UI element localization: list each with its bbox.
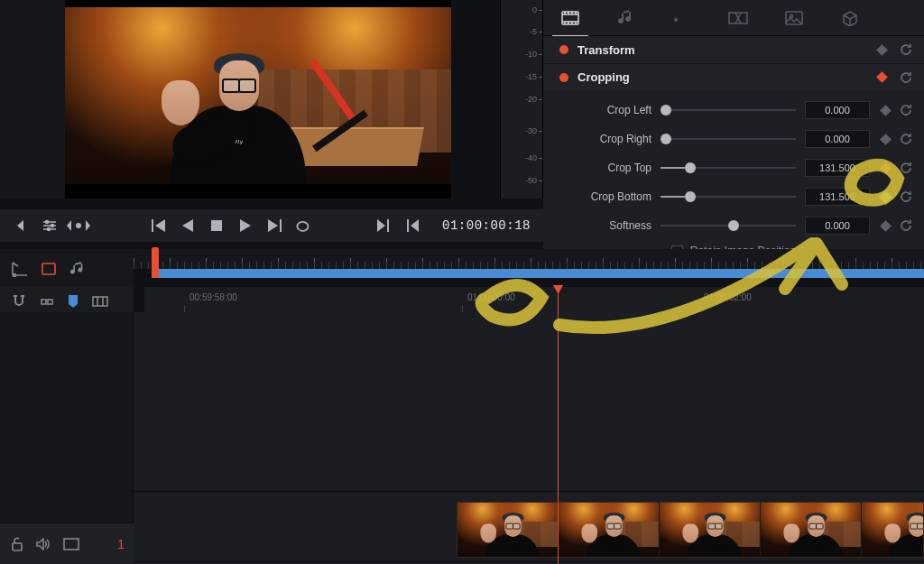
transport-bar: 01:00:00:18 [0, 209, 543, 242]
reset-icon[interactable] [899, 132, 913, 146]
prop-label: Crop Right [543, 133, 661, 145]
lock-icon[interactable] [11, 537, 23, 551]
speaker-icon[interactable] [36, 538, 51, 550]
inspector-tab-transition[interactable] [725, 5, 751, 31]
track-controls: 1 [0, 522, 134, 564]
timeline-range-bar[interactable] [152, 269, 924, 278]
stop-button[interactable] [205, 214, 228, 237]
keyframe-icon[interactable] [879, 104, 892, 116]
prev-clip-button[interactable] [401, 214, 424, 237]
crop-left-slider[interactable] [661, 102, 796, 118]
video-track-icon[interactable] [40, 261, 60, 277]
section-enable-dot[interactable] [559, 45, 568, 54]
svg-point-1 [51, 225, 54, 227]
settings-sliders-icon[interactable] [38, 214, 61, 237]
timeline-view-toolbar [0, 249, 134, 289]
inspector-tab-audio[interactable] [614, 5, 639, 31]
viewer-left-strip [0, 0, 65, 199]
reverse-play-button[interactable] [176, 214, 199, 237]
softness-slider[interactable] [661, 217, 796, 234]
crop-right-value[interactable]: 0.000 [805, 130, 870, 148]
inspector-tab-effects[interactable] [670, 5, 695, 31]
next-clip-button[interactable] [372, 214, 395, 237]
keyframe-icon[interactable] [879, 133, 892, 145]
section-enable-dot[interactable] [559, 73, 568, 82]
reset-icon[interactable] [899, 42, 913, 57]
svg-rect-15 [64, 539, 79, 550]
db-tick: -30 [501, 126, 537, 135]
reset-icon[interactable] [899, 161, 913, 175]
reset-icon[interactable] [899, 218, 913, 233]
crop-right-slider[interactable] [661, 131, 796, 147]
svg-rect-4 [211, 220, 222, 231]
inspector-panel: Transform Cropping Crop Left 0.000 Crop … [543, 0, 924, 251]
db-tick: -10 [501, 50, 537, 59]
link-icon[interactable] [40, 294, 54, 309]
last-frame-button[interactable] [263, 214, 286, 237]
audio-track-icon[interactable] [70, 261, 87, 277]
ruler-tick: 00:59:58:00 [189, 292, 237, 302]
timeline-ruler[interactable]: 00:59:58:00 01:00:00:00 01:00:02:00 [144, 287, 924, 312]
marker-icon[interactable] [67, 294, 79, 309]
reset-icon[interactable] [899, 103, 913, 117]
db-tick: -15 [501, 72, 537, 81]
timeline-mini-ruler[interactable] [134, 249, 924, 269]
inspector-tab-file[interactable] [837, 5, 863, 31]
prop-softness: Softness 0.000 [543, 211, 924, 240]
video-clip[interactable] [457, 502, 924, 558]
prop-crop-top: Crop Top 131.500 [543, 153, 924, 182]
keyframe-icon[interactable] [875, 43, 888, 56]
track-number: 1 [117, 537, 125, 551]
svg-rect-11 [42, 300, 46, 304]
inspector-tabs [543, 0, 924, 36]
snap-icon[interactable] [11, 293, 27, 310]
video-viewer[interactable]: fly [65, 0, 451, 199]
prop-crop-bottom: Crop Bottom 131.500 [543, 182, 924, 211]
audio-db-scale: 0 -5 -10 -15 -20 -30 -40 -50 [500, 0, 543, 199]
monitor-icon[interactable] [63, 538, 79, 550]
jog-mode-button[interactable] [67, 214, 90, 237]
section-cropping[interactable]: Cropping [543, 63, 924, 90]
crop-top-slider[interactable] [661, 160, 796, 176]
track-header-panel: 1 [0, 312, 134, 564]
play-button[interactable] [234, 214, 257, 237]
first-frame-button[interactable] [147, 214, 171, 237]
svg-point-3 [76, 223, 81, 228]
prop-crop-left: Crop Left 0.000 [543, 96, 924, 125]
playhead[interactable] [558, 285, 559, 564]
svg-rect-13 [93, 297, 107, 306]
svg-rect-12 [48, 300, 52, 304]
keyframe-icon[interactable] [879, 190, 892, 203]
keyframe-icon[interactable] [879, 219, 892, 232]
db-tick: -40 [501, 153, 537, 162]
svg-rect-10 [42, 264, 55, 274]
keyframe-icon[interactable] [875, 71, 888, 84]
flag-icon[interactable] [92, 295, 108, 308]
viewer-timecode[interactable]: 01:00:00:18 [442, 218, 531, 233]
prop-label: Crop Top [543, 162, 661, 174]
crop-bottom-value[interactable]: 131.500 [805, 188, 870, 206]
section-transform[interactable]: Transform [543, 36, 924, 63]
svg-rect-14 [13, 543, 22, 550]
db-tick: -20 [501, 95, 537, 104]
db-tick: -50 [501, 176, 537, 185]
inspector-tab-image[interactable] [781, 5, 807, 31]
reset-icon[interactable] [899, 190, 913, 204]
db-tick: -5 [501, 27, 537, 36]
softness-value[interactable]: 0.000 [805, 217, 870, 235]
loop-button[interactable] [291, 214, 315, 237]
crop-bottom-slider[interactable] [661, 189, 796, 205]
db-tick: 0 [501, 5, 537, 14]
crop-left-value[interactable]: 0.000 [805, 101, 870, 119]
ruler-tick: 01:00:02:00 [704, 292, 752, 302]
timeline-tracks[interactable] [134, 312, 924, 564]
section-label: Transform [578, 43, 635, 57]
prop-label: Crop Bottom [543, 190, 661, 203]
jog-prev-button[interactable] [9, 214, 32, 237]
reset-icon[interactable] [899, 70, 913, 85]
inspector-tab-video[interactable] [558, 5, 583, 31]
keyframe-icon[interactable] [879, 162, 892, 174]
timeline-options-icon[interactable] [11, 261, 29, 277]
shirt-text: fly [236, 139, 244, 144]
crop-top-value[interactable]: 131.500 [805, 159, 870, 177]
